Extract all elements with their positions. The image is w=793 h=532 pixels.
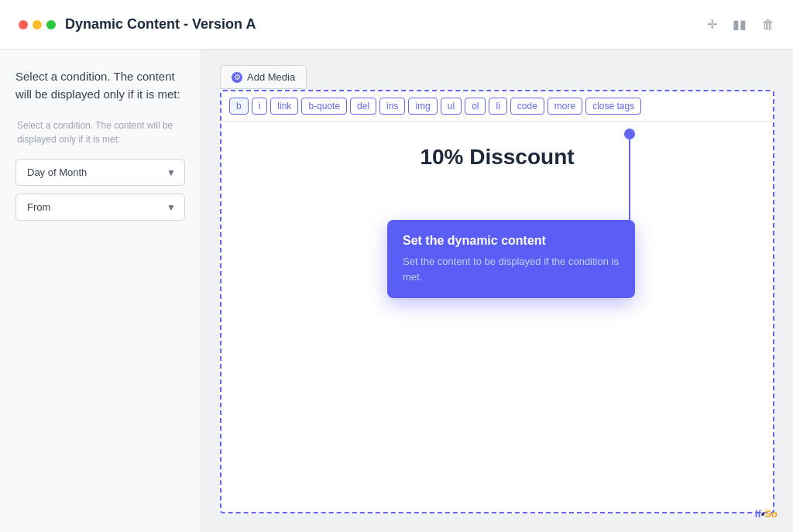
from-to-select-wrapper: From To ▼ [15, 194, 185, 221]
toolbar-link[interactable]: link [270, 98, 298, 115]
main-layout: Select a condition. The content will be … [0, 50, 793, 532]
editor-content[interactable]: 10% Disscount [221, 122, 773, 185]
editor-toolbar: b i link b-quote del ins img ul ol li co… [221, 91, 773, 122]
top-bar-right: ✛ ▮▮ 🗑 [707, 17, 774, 32]
toolbar-li[interactable]: li [489, 98, 506, 115]
condition-select-wrapper: Day of Month Day of Week Time of Day Dat… [15, 159, 185, 186]
top-bar-left: Dynamic Content - Version A [19, 16, 256, 33]
add-media-label: Add Media [247, 71, 295, 83]
toolbar-code[interactable]: code [510, 98, 544, 115]
logo-so: So [764, 508, 778, 520]
right-content: ⚙ Add Media b i link b-quote del ins img… [201, 50, 793, 532]
tooltip-title: Set the dynamic content [403, 234, 620, 248]
trash-icon[interactable]: 🗑 [762, 18, 774, 32]
toolbar-bquote[interactable]: b-quote [301, 98, 347, 115]
dot-yellow [33, 20, 42, 29]
toolbar-more[interactable]: more [548, 98, 582, 115]
discount-text: 10% Disscount [420, 145, 574, 169]
traffic-lights [19, 20, 56, 29]
dot-green [46, 20, 56, 29]
tooltip-line [629, 135, 630, 220]
dot-red [19, 20, 28, 29]
tooltip-box: Set the dynamic content Set the content … [387, 220, 635, 298]
pause-icon[interactable]: ▮▮ [733, 17, 747, 32]
toolbar-italic[interactable]: i [252, 98, 268, 115]
toolbar-del[interactable]: del [350, 98, 376, 115]
toolbar-ol[interactable]: ol [465, 98, 486, 115]
tooltip-body: Set the content to be displayed if the c… [403, 254, 620, 284]
logo-if: If [755, 508, 761, 520]
condition-description: Select a condition. The content will be … [15, 118, 185, 146]
editor-area: b i link b-quote del ins img ul ol li co… [220, 90, 774, 513]
add-media-button[interactable]: ⚙ Add Media [220, 65, 307, 89]
move-icon[interactable]: ✛ [707, 17, 717, 32]
logo-badge: If•So [755, 508, 778, 520]
tooltip-container: Set the dynamic content Set the content … [387, 220, 635, 298]
top-bar: Dynamic Content - Version A ✛ ▮▮ 🗑 [0, 0, 793, 50]
toolbar-ul[interactable]: ul [441, 98, 462, 115]
from-to-select[interactable]: From To [15, 194, 185, 221]
page-title: Dynamic Content - Version A [65, 16, 256, 33]
toolbar-ins[interactable]: ins [379, 98, 405, 115]
condition-title: Select a condition. The content will be … [15, 68, 185, 103]
condition-select[interactable]: Day of Month Day of Week Time of Day Dat… [15, 159, 185, 186]
toolbar-img[interactable]: img [408, 98, 437, 115]
toolbar-close-tags[interactable]: close tags [585, 98, 641, 115]
add-media-icon: ⚙ [232, 72, 242, 83]
left-panel: Select a condition. The content will be … [0, 50, 201, 532]
toolbar-bold[interactable]: b [229, 98, 249, 115]
